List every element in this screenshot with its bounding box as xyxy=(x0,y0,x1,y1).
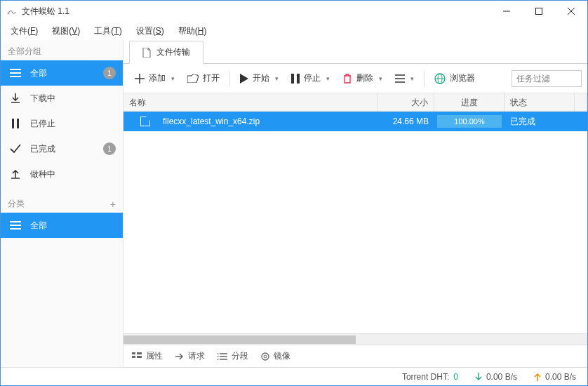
play-icon xyxy=(240,74,248,84)
tab-properties[interactable]: 属性 xyxy=(132,350,163,362)
toolbar: 添加▾ 打开 开始▾ 停止▾ 删除▾ ▾ 浏览器 xyxy=(123,64,587,93)
sidebar-groups-header: 全部分组 xyxy=(1,43,123,60)
tab-segments[interactable]: 分段 xyxy=(218,350,248,362)
svg-point-34 xyxy=(264,355,267,358)
sidebar-category-all[interactable]: 全部 xyxy=(1,213,123,238)
sidebar-item-seeding[interactable]: 做种中 xyxy=(1,161,123,187)
open-button[interactable]: 打开 xyxy=(182,69,225,88)
tabs: 文件传输 xyxy=(123,40,587,64)
bottom-tabs: 属性 请求 分段 镜像 xyxy=(123,345,587,367)
pause-icon xyxy=(291,74,300,84)
status-dht: Torrent DHT:0 xyxy=(402,372,458,382)
close-button[interactable] xyxy=(555,1,587,22)
upload-icon xyxy=(9,169,22,179)
col-status[interactable]: 状态 xyxy=(505,93,575,111)
svg-point-0 xyxy=(8,13,10,15)
plus-icon xyxy=(135,74,145,84)
sidebar-item-completed[interactable]: 已完成 1 xyxy=(1,136,123,161)
svg-rect-23 xyxy=(132,352,135,354)
svg-rect-16 xyxy=(297,74,300,84)
hamburger-icon xyxy=(9,69,22,77)
segments-icon xyxy=(218,353,227,360)
menu-tools[interactable]: 工具(T) xyxy=(88,23,127,39)
globe-icon xyxy=(434,73,446,84)
status-download-speed: 0.00 B/s xyxy=(475,372,517,382)
maximize-button[interactable] xyxy=(523,1,555,22)
task-name: filecxx_latest_win_x64.zip xyxy=(157,117,378,126)
arrow-right-icon xyxy=(175,352,184,361)
sidebar-item-label: 已完成 xyxy=(30,143,55,155)
status-upload-speed: 0.00 B/s xyxy=(534,372,576,382)
titlebar: 文件蜈蚣 1.1 xyxy=(1,1,587,22)
tab-file-transfer[interactable]: 文件传输 xyxy=(129,41,203,64)
trash-icon xyxy=(342,74,352,84)
mirror-icon xyxy=(261,352,269,361)
svg-rect-24 xyxy=(137,352,142,354)
task-size: 24.66 MB xyxy=(378,117,434,126)
file-icon xyxy=(142,48,151,58)
more-button[interactable]: ▾ xyxy=(389,71,420,86)
filter-input[interactable] xyxy=(512,70,582,87)
task-row[interactable]: filecxx_latest_win_x64.zip 24.66 MB 100.… xyxy=(123,112,587,131)
svg-point-30 xyxy=(218,353,219,354)
count-badge: 1 xyxy=(103,67,116,79)
add-button[interactable]: 添加▾ xyxy=(129,69,180,88)
column-headers: 名称 大小 进度 状态 xyxy=(123,93,587,112)
svg-rect-9 xyxy=(17,119,19,128)
menu-view[interactable]: 视图(V) xyxy=(46,23,86,39)
svg-point-32 xyxy=(218,359,219,360)
folder-icon xyxy=(187,74,199,83)
list-icon xyxy=(395,74,405,83)
svg-rect-2 xyxy=(536,8,542,15)
menu-file[interactable]: 文件(F) xyxy=(5,23,44,39)
svg-rect-15 xyxy=(291,74,294,84)
status-bar: Torrent DHT:0 0.00 B/s 0.00 B/s xyxy=(1,367,587,385)
sidebar-item-label: 下载中 xyxy=(30,93,55,105)
svg-rect-8 xyxy=(12,119,14,128)
minimize-button[interactable] xyxy=(490,1,523,22)
up-icon xyxy=(534,373,541,381)
down-icon xyxy=(475,373,482,381)
count-badge: 1 xyxy=(103,142,116,155)
task-status: 已完成 xyxy=(505,116,575,128)
menu-help[interactable]: 帮助(H) xyxy=(173,23,213,39)
start-button[interactable]: 开始▾ xyxy=(234,69,284,88)
horizontal-scrollbar[interactable] xyxy=(123,333,587,345)
tab-mirror[interactable]: 镜像 xyxy=(261,350,290,362)
menubar: 文件(F) 视图(V) 工具(T) 设置(S) 帮助(H) xyxy=(1,22,587,40)
properties-icon xyxy=(132,352,142,361)
pause-icon xyxy=(9,119,22,128)
task-list: filecxx_latest_win_x64.zip 24.66 MB 100.… xyxy=(123,112,587,333)
sidebar-item-label: 已停止 xyxy=(30,118,55,130)
sidebar-item-label: 全部 xyxy=(30,220,47,232)
stop-button[interactable]: 停止▾ xyxy=(286,69,335,88)
sidebar-item-stopped[interactable]: 已停止 xyxy=(1,111,123,136)
add-category-button[interactable]: + xyxy=(110,199,116,210)
app-logo-icon xyxy=(6,6,18,17)
svg-rect-26 xyxy=(137,356,142,358)
sidebar-item-label: 全部 xyxy=(30,67,47,79)
svg-rect-25 xyxy=(132,356,135,358)
sidebar-item-all[interactable]: 全部 1 xyxy=(1,60,123,86)
svg-point-33 xyxy=(262,353,269,360)
tab-request[interactable]: 请求 xyxy=(175,350,205,362)
main-panel: 文件传输 添加▾ 打开 开始▾ 停止▾ 删除▾ ▾ 浏览器 名称 大小 进度 状… xyxy=(123,40,587,367)
sidebar: 全部分组 全部 1 下载中 已停止 已完成 1 做种中 分类 + xyxy=(1,40,123,367)
download-icon xyxy=(9,93,22,103)
sidebar-categories-header: 分类 + xyxy=(1,195,123,213)
task-progress: 100.00% xyxy=(434,115,505,128)
svg-point-31 xyxy=(218,356,219,357)
col-name[interactable]: 名称 xyxy=(123,93,378,111)
hamburger-icon xyxy=(9,221,22,229)
sidebar-item-downloading[interactable]: 下载中 xyxy=(1,86,123,111)
check-icon xyxy=(9,144,22,154)
col-size[interactable]: 大小 xyxy=(378,93,434,111)
browser-button[interactable]: 浏览器 xyxy=(429,69,481,88)
delete-button[interactable]: 删除▾ xyxy=(337,69,388,88)
window-title: 文件蜈蚣 1.1 xyxy=(22,6,490,18)
col-progress[interactable]: 进度 xyxy=(434,93,505,111)
menu-settings[interactable]: 设置(S) xyxy=(131,23,170,39)
sidebar-item-label: 做种中 xyxy=(30,168,55,180)
file-icon xyxy=(140,117,150,126)
